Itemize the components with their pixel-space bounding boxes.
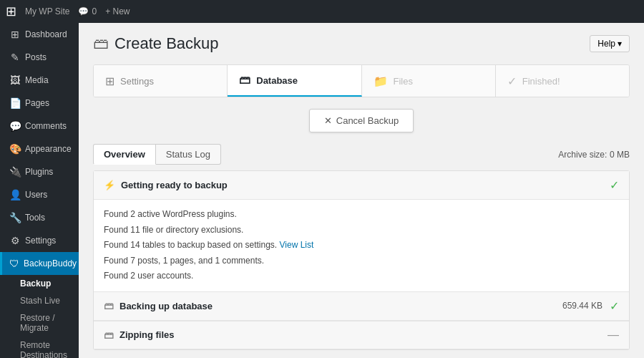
step-tab-database[interactable]: 🗃 Database bbox=[228, 65, 361, 97]
sidebar-item-label: Media bbox=[25, 75, 49, 85]
sidebar-sub-restore-migrate[interactable]: Restore / Migrate bbox=[0, 309, 79, 337]
sidebar-item-dashboard[interactable]: ⊞ Dashboard bbox=[0, 23, 79, 46]
log-line: Found 7 posts, 1 pages, and 1 comments. bbox=[104, 253, 619, 269]
media-icon: 🖼 bbox=[9, 74, 21, 86]
sidebar-item-appearance[interactable]: 🎨 Appearance bbox=[0, 137, 79, 160]
backup-title-icon: 🗃 bbox=[93, 34, 109, 53]
sidebar-sub-stash-live[interactable]: Stash Live bbox=[0, 292, 79, 309]
zip-right: — bbox=[608, 329, 619, 342]
db-backup-icon: 🗃 bbox=[104, 300, 114, 311]
log-panel: ⚡ Getting ready to backup ✓ Found 2 acti… bbox=[93, 170, 630, 350]
archive-size-value: 0 MB bbox=[610, 150, 630, 160]
help-button[interactable]: Help ▾ bbox=[590, 35, 630, 52]
files-step-icon: 📁 bbox=[374, 74, 388, 88]
plugins-icon: 🔌 bbox=[9, 166, 21, 178]
sidebar-item-label: Plugins bbox=[25, 167, 53, 177]
getting-ready-title: ⚡ Getting ready to backup bbox=[104, 180, 228, 190]
view-list-link[interactable]: View List bbox=[280, 240, 314, 250]
sidebar-item-users[interactable]: 👤 Users bbox=[0, 183, 79, 206]
admin-bar-site[interactable]: My WP Site bbox=[25, 6, 69, 16]
page-title-area: 🗃 Create Backup bbox=[93, 34, 219, 53]
users-icon: 👤 bbox=[9, 189, 21, 200]
wp-logo-icon: ⊞ bbox=[6, 4, 16, 19]
db-backup-title: 🗃 Backing up database bbox=[104, 300, 213, 311]
settings-icon: ⚙ bbox=[9, 235, 21, 246]
settings-step-icon: ⊞ bbox=[105, 74, 114, 88]
posts-icon: ✎ bbox=[9, 52, 21, 63]
admin-bar-site-name: My WP Site bbox=[25, 6, 69, 16]
finished-step-icon: ✓ bbox=[507, 74, 517, 88]
log-section-getting-ready: ⚡ Getting ready to backup ✓ Found 2 acti… bbox=[94, 171, 629, 292]
getting-ready-check-icon: ✓ bbox=[610, 178, 619, 192]
log-section-backing-up-db: 🗃 Backing up database 659.44 KB ✓ bbox=[94, 292, 629, 321]
sidebar-item-label: BackupBuddy bbox=[24, 258, 77, 268]
pages-icon: 📄 bbox=[9, 97, 21, 109]
step-tab-finished: ✓ Finished! bbox=[496, 65, 629, 97]
tab-overview[interactable]: Overview bbox=[93, 144, 156, 165]
log-line: Found 2 user accounts. bbox=[104, 268, 619, 284]
sidebar-item-label: Users bbox=[25, 190, 47, 200]
zip-icon: 🗃 bbox=[104, 329, 114, 341]
sidebar-item-label: Tools bbox=[25, 213, 45, 223]
admin-bar-comments[interactable]: 💬 0 bbox=[78, 6, 97, 16]
step-tabs: ⊞ Settings 🗃 Database 📁 Files ✓ Finished… bbox=[93, 64, 630, 97]
main-layout: ⊞ Dashboard ✎ Posts 🖼 Media 📄 Pages 💬 Co… bbox=[0, 23, 644, 358]
step-tab-files: 📁 Files bbox=[362, 65, 496, 97]
sidebar-item-tools[interactable]: 🔧 Tools bbox=[0, 206, 79, 229]
dashboard-icon: ⊞ bbox=[9, 29, 21, 40]
page-title: Create Backup bbox=[114, 34, 219, 53]
db-backup-right: 659.44 KB ✓ bbox=[562, 299, 619, 313]
tab-status-log[interactable]: Status Log bbox=[156, 144, 221, 165]
log-section-zip-header: 🗃 Zipping files — bbox=[94, 321, 629, 349]
zip-in-progress-icon: — bbox=[608, 329, 619, 342]
database-step-icon: 🗃 bbox=[239, 74, 250, 87]
db-size-value: 659.44 KB bbox=[562, 301, 602, 311]
sidebar-item-label: Pages bbox=[25, 98, 49, 108]
log-line: Found 14 tables to backup based on setti… bbox=[104, 238, 619, 253]
zip-title: 🗃 Zipping files bbox=[104, 329, 175, 341]
log-line: Found 2 active WordPress plugins. bbox=[104, 207, 619, 223]
comments-icon: 💬 bbox=[9, 120, 21, 132]
sidebar-item-settings[interactable]: ⚙ Settings bbox=[0, 229, 79, 252]
cancel-area: ✕ Cancel Backup bbox=[93, 109, 630, 132]
tools-icon: 🔧 bbox=[9, 212, 21, 223]
sidebar: ⊞ Dashboard ✎ Posts 🖼 Media 📄 Pages 💬 Co… bbox=[0, 23, 79, 358]
log-line: Found 11 file or directory exclusions. bbox=[104, 223, 619, 238]
archive-size-label: Archive size: bbox=[558, 150, 607, 160]
backupbuddy-icon: 🛡 bbox=[9, 258, 19, 269]
admin-bar-new[interactable]: + New bbox=[105, 6, 130, 16]
log-section-zipping: 🗃 Zipping files — bbox=[94, 321, 629, 349]
admin-bar: ⊞ My WP Site 💬 0 + New bbox=[0, 0, 644, 23]
sidebar-item-label: Comments bbox=[25, 121, 67, 131]
appearance-icon: 🎨 bbox=[9, 143, 21, 155]
cancel-backup-button[interactable]: ✕ Cancel Backup bbox=[309, 109, 414, 132]
sidebar-item-label: Posts bbox=[25, 52, 47, 62]
sidebar-item-label: Settings bbox=[25, 236, 56, 246]
db-check-icon: ✓ bbox=[610, 299, 619, 313]
overview-tabs: Overview Status Log bbox=[93, 144, 221, 165]
sidebar-item-backupbuddy[interactable]: 🛡 BackupBuddy bbox=[0, 252, 79, 275]
cancel-x-icon: ✕ bbox=[324, 115, 332, 126]
page-header: 🗃 Create Backup Help ▾ bbox=[93, 34, 630, 53]
step-tab-settings[interactable]: ⊞ Settings bbox=[94, 65, 228, 97]
main-content: 🗃 Create Backup Help ▾ ⊞ Settings 🗃 Data… bbox=[79, 23, 644, 358]
archive-size-display: Archive size: 0 MB bbox=[558, 149, 630, 160]
sidebar-item-media[interactable]: 🖼 Media bbox=[0, 69, 79, 92]
sidebar-item-plugins[interactable]: 🔌 Plugins bbox=[0, 160, 79, 183]
sidebar-sub-remote-destinations[interactable]: Remote Destinations bbox=[0, 337, 79, 358]
sidebar-item-label: Appearance bbox=[25, 144, 72, 154]
overview-header: Overview Status Log Archive size: 0 MB bbox=[93, 144, 630, 165]
getting-ready-body: Found 2 active WordPress plugins. Found … bbox=[94, 200, 629, 291]
lightning-icon: ⚡ bbox=[104, 180, 115, 190]
log-section-getting-ready-header: ⚡ Getting ready to backup ✓ bbox=[94, 171, 629, 200]
sidebar-item-comments[interactable]: 💬 Comments bbox=[0, 115, 79, 137]
sidebar-sub-backup[interactable]: Backup bbox=[0, 275, 79, 292]
log-section-db-header: 🗃 Backing up database 659.44 KB ✓ bbox=[94, 292, 629, 321]
sidebar-item-label: Dashboard bbox=[25, 29, 67, 39]
sidebar-item-pages[interactable]: 📄 Pages bbox=[0, 92, 79, 115]
sidebar-item-posts[interactable]: ✎ Posts bbox=[0, 46, 79, 69]
